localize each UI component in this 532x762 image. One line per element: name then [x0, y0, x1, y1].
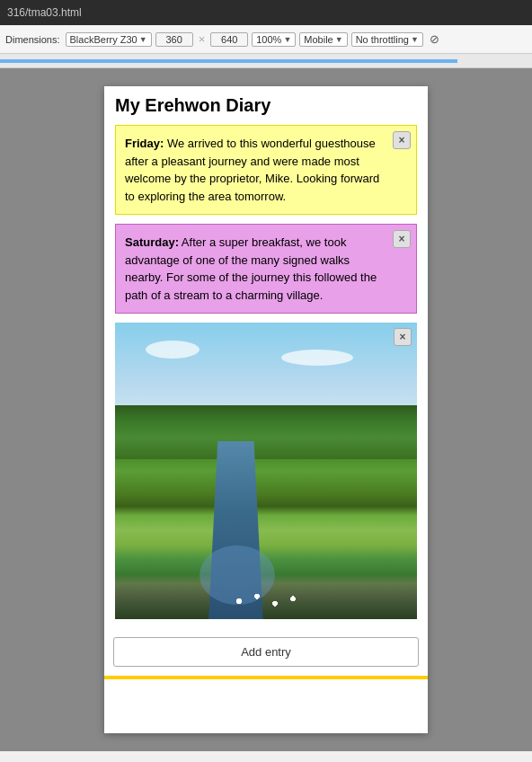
height-input[interactable]: 640: [210, 32, 248, 47]
mode-chevron-icon: ▼: [335, 35, 343, 44]
friday-entry-text: We arrived to this wonderful guesthouse …: [125, 137, 379, 203]
title-bar: 316/tma03.html: [0, 0, 532, 25]
close-friday-button[interactable]: ×: [393, 131, 411, 149]
zoom-label: 100%: [256, 34, 281, 45]
entry-card-friday: × Friday: We arrived to this wonderful g…: [115, 125, 417, 215]
cloud-1: [146, 341, 200, 359]
ruler-area: [0, 54, 532, 68]
zoom-selector[interactable]: 100% ▼: [252, 32, 296, 47]
tree-line: [115, 405, 417, 458]
mode-selector[interactable]: Mobile ▼: [299, 32, 347, 47]
bottom-border: [104, 676, 428, 679]
device-frame: My Erehwon Diary × Friday: We arrived to…: [104, 86, 428, 733]
device-chevron-icon: ▼: [139, 35, 147, 44]
sky-area: [115, 323, 417, 412]
landscape-image: [115, 323, 417, 619]
dimension-divider: ×: [197, 32, 208, 46]
cloud-2: [281, 350, 353, 366]
mode-label: Mobile: [304, 34, 332, 45]
throttle-label: No throttling: [356, 34, 409, 45]
page-content: My Erehwon Diary × Friday: We arrived to…: [104, 86, 428, 637]
device-label: BlackBerry Z30: [70, 34, 137, 45]
entry-card-saturday: × Saturday: After a super breakfast, we …: [115, 224, 417, 314]
close-image-button[interactable]: ×: [394, 328, 412, 346]
add-entry-button[interactable]: Add entry: [113, 637, 419, 667]
friday-day-label: Friday:: [125, 137, 164, 150]
viewport-background: My Erehwon Diary × Friday: We arrived to…: [0, 68, 532, 751]
throttle-chevron-icon: ▼: [411, 35, 419, 44]
saturday-day-label: Saturday:: [125, 235, 179, 249]
flowers: [221, 589, 312, 613]
rotate-button[interactable]: ⊘: [427, 31, 443, 48]
devtools-toolbar: Dimensions: BlackBerry Z30 ▼ 360 × 640 1…: [0, 25, 532, 54]
page-title: My Erehwon Diary: [115, 95, 417, 116]
throttle-selector[interactable]: No throttling ▼: [351, 32, 423, 47]
image-card: ×: [115, 323, 417, 619]
zoom-chevron-icon: ▼: [283, 35, 291, 44]
close-saturday-button[interactable]: ×: [393, 230, 411, 248]
width-input[interactable]: 360: [155, 32, 193, 47]
ruler-bar: [0, 59, 457, 63]
title-bar-text: 316/tma03.html: [7, 6, 82, 19]
device-selector[interactable]: BlackBerry Z30 ▼: [66, 32, 152, 47]
dimensions-label: Dimensions:: [5, 34, 60, 45]
